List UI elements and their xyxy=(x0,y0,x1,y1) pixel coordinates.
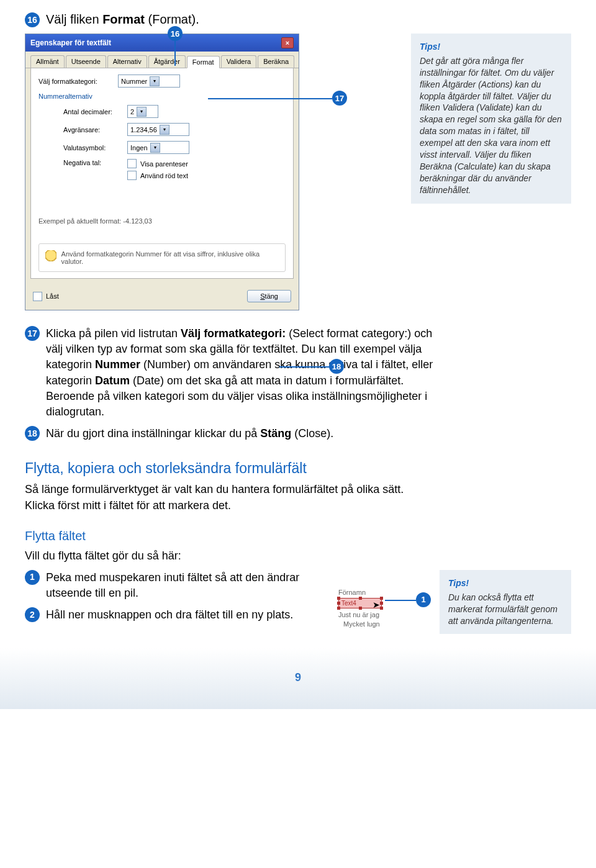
chevron-down-icon: ▾ xyxy=(150,76,160,86)
t: Text4 xyxy=(341,600,356,607)
tab-berakna[interactable]: Beräkna xyxy=(258,55,294,68)
dialog-textfield-properties: Egenskaper för textfält × Allmänt Utseen… xyxy=(25,34,299,310)
t: Format xyxy=(102,12,145,26)
t: Stäng xyxy=(260,427,291,440)
step-2: 2 Håll ner musknappen och dra fältet til… xyxy=(25,607,323,623)
t: (Format). xyxy=(145,12,199,26)
tab-validera[interactable]: Validera xyxy=(221,55,257,68)
t: (Close). xyxy=(291,427,333,440)
tips-title: Tips! xyxy=(448,577,562,589)
callout-18: 18 xyxy=(329,359,344,374)
tips-body: Det går att göra många fler inställninga… xyxy=(420,55,562,196)
chevron-down-icon: ▾ xyxy=(160,125,169,135)
checkbox-parentheses[interactable] xyxy=(127,159,137,168)
callout-line-move1 xyxy=(385,600,416,601)
bullet-16: 16 xyxy=(25,12,40,27)
callout-17: 17 xyxy=(332,91,347,106)
tips-box-1: Tips! Det går att göra många fler instäl… xyxy=(411,34,571,204)
label-separator: Avgränsare: xyxy=(63,126,122,133)
spinner-value: 2 xyxy=(130,108,134,115)
hint-text: Använd formatkategorin Nummer för att vi… xyxy=(61,250,279,265)
heading-body: Så länge formulärverktyget är valt kan d… xyxy=(25,482,428,513)
page-number: 9 xyxy=(25,671,571,684)
preview-label-fornamn: Förnamn xyxy=(338,589,424,596)
dialog-body: Välj formatkategori: Nummer ▾ Nummeralte… xyxy=(30,68,294,279)
heading-move-field: Flytta fältet xyxy=(25,529,571,543)
dialog-title-text: Egenskaper för textfält xyxy=(30,38,111,47)
select-value: Ingen xyxy=(130,144,148,151)
chevron-down-icon: ▾ xyxy=(137,107,147,117)
checkbox-locked[interactable] xyxy=(33,292,42,301)
step-16-text: Välj fliken Format (Format). xyxy=(46,12,571,27)
lightbulb-icon xyxy=(45,250,56,265)
example-current-format: Exempel på aktuellt format: -4.123,03 xyxy=(38,217,286,225)
tab-allmant[interactable]: Allmänt xyxy=(30,55,65,68)
checkbox-red-text[interactable] xyxy=(127,171,137,180)
callout-line-16 xyxy=(174,41,176,66)
tab-strip: Allmänt Utseende Alternativ Åtgärder For… xyxy=(25,52,299,68)
move-intro: Vill du flytta fältet gör du så här: xyxy=(25,548,428,564)
preview-label-3: Mycket lugn xyxy=(343,620,424,628)
tab-atgarder[interactable]: Åtgärder xyxy=(148,55,186,68)
tips-title: Tips! xyxy=(420,41,562,53)
bullet-17: 17 xyxy=(25,326,40,341)
field-preview: Förnamn Text4 ➤ Just nu är jag Mycket lu… xyxy=(338,570,424,630)
step-17: 17 Klicka på pilen vid listrutan Välj fo… xyxy=(25,326,571,420)
label-decimals: Antal decimaler: xyxy=(63,108,122,115)
checkbox-label: Låst xyxy=(46,292,59,300)
btn-rest: täng xyxy=(265,292,278,300)
step-2-text: Håll ner musknappen och dra fältet till … xyxy=(46,607,323,623)
bullet-18: 18 xyxy=(25,426,40,441)
callout-line-18 xyxy=(279,366,329,368)
t: Välj formatkategori: xyxy=(181,327,286,340)
chevron-down-icon: ▾ xyxy=(150,143,160,153)
step-17-text: Klicka på pilen vid listrutan Välj forma… xyxy=(46,326,449,420)
close-button[interactable]: Stäng xyxy=(247,290,291,302)
step-18-text: När du gjort dina inställningar klickar … xyxy=(46,426,449,441)
t: Nummer xyxy=(95,358,140,371)
t: Välj fliken xyxy=(46,12,102,26)
dialog-footer: Låst Stäng xyxy=(25,284,299,310)
t: När du gjort dina inställningar klickar … xyxy=(46,427,260,440)
hint-box: Använd formatkategorin Nummer för att vi… xyxy=(38,243,286,272)
tab-format[interactable]: Format xyxy=(187,56,220,68)
preview-label-2: Just nu är jag xyxy=(338,611,424,618)
t: Klicka på pilen vid listrutan xyxy=(46,327,181,340)
select-separator[interactable]: 1.234,56 ▾ xyxy=(127,123,189,136)
bullet-2: 2 xyxy=(25,607,40,622)
tab-alternativ[interactable]: Alternativ xyxy=(107,55,147,68)
tab-utseende[interactable]: Utseende xyxy=(66,55,106,68)
bullet-1: 1 xyxy=(25,570,40,585)
t: Datum xyxy=(95,374,130,387)
callout-line-17 xyxy=(208,98,332,99)
callout-16: 16 xyxy=(168,26,183,41)
step-1: 1 Peka med muspekaren inuti fältet så at… xyxy=(25,570,323,601)
select-format-category[interactable]: Nummer ▾ xyxy=(118,75,180,88)
select-value: 1.234,56 xyxy=(130,126,157,133)
step-18: 18 När du gjort dina inställningar klick… xyxy=(25,426,571,441)
select-value: Nummer xyxy=(121,78,147,85)
step-16: 16 Välj fliken Format (Format). xyxy=(25,12,571,27)
step-1-text: Peka med muspekaren inuti fältet så att … xyxy=(46,570,323,601)
close-icon[interactable]: × xyxy=(281,37,294,48)
label-format-category: Välj formatkategori: xyxy=(38,78,113,85)
tips-body: Du kan också flytta ett markerat formulä… xyxy=(448,592,562,627)
callout-move-1: 1 xyxy=(416,592,431,607)
dialog-titlebar: Egenskaper för textfält × xyxy=(25,34,299,52)
spinner-decimals[interactable]: 2 ▾ xyxy=(127,105,158,118)
pointer-icon: ➤ xyxy=(372,600,380,610)
heading-move-copy-resize: Flytta, kopiera och storleksändra formul… xyxy=(25,460,571,477)
select-currency[interactable]: Ingen ▾ xyxy=(127,141,189,154)
label-currency: Valutasymbol: xyxy=(63,144,122,151)
checkbox-label: Visa parenteser xyxy=(140,160,188,168)
checkbox-label: Använd röd text xyxy=(140,172,188,179)
label-negative: Negativa tal: xyxy=(63,159,122,166)
tips-box-2: Tips! Du kan också flytta ett markerat f… xyxy=(440,570,571,635)
